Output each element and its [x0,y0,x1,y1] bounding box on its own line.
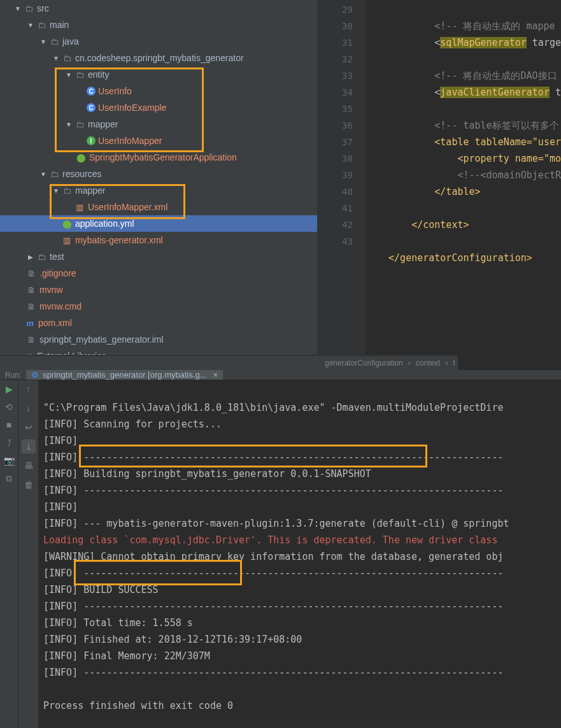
attach-button[interactable]: ⟲ [3,401,15,413]
tree-item-userinfomapperxml[interactable]: ▥UserInfoMapper.xml [0,199,317,215]
spring-icon: ⬤ [61,218,73,229]
file-icon: 🗎 [25,268,37,279]
tree-label: test [50,252,64,262]
tree-item-test[interactable]: ▶🗀test [0,248,317,265]
tree-item-mapperpkg[interactable]: ▼🗀mapper [0,116,317,132]
console-line: [INFO] Scanning for projects... [43,418,222,430]
chevron-right-icon: ▶ [25,253,36,261]
code-area[interactable]: <!-- 将自动生成的 mappe <sqlMapGenerator targe… [366,0,561,355]
close-icon[interactable]: × [213,370,218,380]
tree-item-extlib[interactable]: ▶🗃External Libraries [0,348,317,355]
console-line: [INFO] ---------------------------------… [43,452,503,463]
tree-label: .gitignore [39,268,76,278]
console-line: "C:\Program Files\Java\jdk1.8.0_181\bin\… [43,402,503,413]
tree-item-genxml[interactable]: ▥mybatis-generator.xml [0,232,317,248]
tree-label: mapper [88,119,118,129]
tree-label: UserInfoExample [98,103,166,113]
stop-button[interactable]: ■ [3,418,15,431]
chevron-down-icon: ▼ [13,5,23,12]
maven-icon: m [24,317,36,329]
xml-icon: ▥ [74,201,85,213]
tree-label: springbt_mybatis_generator.iml [39,334,164,345]
tree-label: UserInfo [98,86,132,96]
tree-item-java[interactable]: ▼🗀java [0,33,317,50]
rerun-button[interactable]: ▶ [3,383,15,396]
chevron-down-icon: ▼ [25,22,36,29]
tree-item-resources[interactable]: ▼🗀resources [0,166,317,182]
tree-item-userinfomapper[interactable]: IUserInfoMapper [0,132,317,149]
class-icon: C [87,103,96,112]
tree-item-mvnw[interactable]: 🗎mvnw [0,282,317,298]
tree-item-iml[interactable]: 🗎springbt_mybatis_generator.iml [0,331,317,348]
up-icon[interactable]: ↑ [22,383,35,396]
tree-item-pom[interactable]: mpom.xml [0,315,317,331]
chevron-down-icon: ▼ [51,187,61,194]
run-tab-bar: Run: ⚙ springbt_mybatis_generator [org.m… [0,370,561,380]
run-tab[interactable]: ⚙ springbt_mybatis_generator [org.mybati… [26,370,224,380]
tree-label: cn.codesheep.springbt_mybatis_generator [75,53,244,63]
chevron-down-icon: ▼ [38,171,48,178]
tree-label: resources [62,169,101,179]
exit-button[interactable]: ⤴ [3,436,15,449]
spring-icon: ⬤ [75,152,87,163]
console-line: [INFO] Total time: 1.558 s [43,617,193,629]
tree-label: External Libraries [37,351,106,355]
run-label: Run: [0,371,26,380]
tree-item-appyml[interactable]: ⬤application.yml [0,215,317,232]
folder-icon: 🗀 [36,251,47,262]
tree-item-userinfo[interactable]: CUserInfo [0,83,317,99]
tree-label: pom.xml [38,318,72,328]
file-icon: 🗎 [25,334,37,345]
chevron-down-icon: ▼ [64,71,74,78]
print-icon[interactable]: 🖶 [22,459,35,472]
console-line: [INFO] ---------------------------------… [43,567,503,579]
tree-item-resmapper[interactable]: ▼🗀mapper [0,182,317,199]
project-tree[interactable]: ▼🗀src ▼🗀main ▼🗀java ▼🗀cn.codesheep.sprin… [0,0,317,355]
console-line: Loading class `com.mysql.jdbc.Driver'. T… [43,534,503,546]
tree-item-entity[interactable]: ▼🗀entity [0,66,317,83]
camera-icon[interactable]: 📷 [3,454,15,467]
console-line: [WARNING] Cannot obtain primary key info… [43,551,503,562]
interface-icon: I [87,136,96,145]
tree-label: SpringbtMybatisGeneratorApplication [89,152,237,162]
scroll-to-end-icon[interactable]: ⤓ [22,440,35,453]
tree-item-gitignore[interactable]: 🗎.gitignore [0,265,317,282]
library-icon: 🗃 [23,350,34,355]
console-line: [INFO] ---------------------------------… [43,485,503,496]
tree-item-appclass[interactable]: ⬤SpringbtMybatisGeneratorApplication [0,149,317,166]
tree-label: mapper [75,185,105,196]
crumb-item[interactable]: context [413,359,443,368]
gutter: 29 30 31 32 33 34 35 36 37 38 39 40 41 4… [317,0,366,355]
tree-item-package[interactable]: ▼🗀cn.codesheep.springbt_mybatis_generato… [0,50,317,66]
folder-icon: 🗀 [48,168,60,180]
editor[interactable]: 29 30 31 32 33 34 35 36 37 38 39 40 41 4… [317,0,561,355]
console-output[interactable]: "C:\Program Files\Java\jdk1.8.0_181\bin\… [38,380,561,728]
gear-icon: ⚙ [31,370,39,380]
tree-item-userinfoexample[interactable]: CUserInfoExample [0,99,317,116]
package-icon: 🗀 [74,118,85,130]
crumb-item[interactable]: generatorConfiguration [322,359,406,368]
tree-label: entity [88,69,109,80]
chevron-right-icon: › [443,359,450,368]
file-icon: 🗎 [25,284,37,296]
console-line: [INFO] Building springbt_mybatis_generat… [43,468,371,480]
crumb-item[interactable]: t [450,359,457,368]
tree-item-mvnwcmd[interactable]: 🗎mvnw.cmd [0,298,317,315]
trash-icon[interactable]: 🗑 [22,478,35,491]
wrap-icon[interactable]: ↩ [22,421,35,434]
console-line: [INFO] --- mybatis-generator-maven-plugi… [43,518,509,529]
console-line: [INFO] Finished at: 2018-12-12T16:39:17+… [43,634,302,645]
console-line: [INFO] ---------------------------------… [43,601,503,612]
tree-item-src[interactable]: ▼🗀src [0,0,317,17]
tree-label: java [62,36,79,46]
tree-label: src [37,3,49,13]
package-icon: 🗀 [74,69,85,80]
folder-icon: 🗀 [61,185,73,196]
down-icon[interactable]: ↓ [22,402,35,415]
chevron-right-icon: ▶ [13,353,23,355]
restore-button[interactable]: ⧉ [3,472,15,485]
breadcrumb[interactable]: generatorConfiguration› context› t [317,355,458,370]
tree-item-main[interactable]: ▼🗀main [0,17,317,33]
chevron-down-icon: ▼ [38,38,48,45]
tree-label: mvnw [39,285,63,295]
